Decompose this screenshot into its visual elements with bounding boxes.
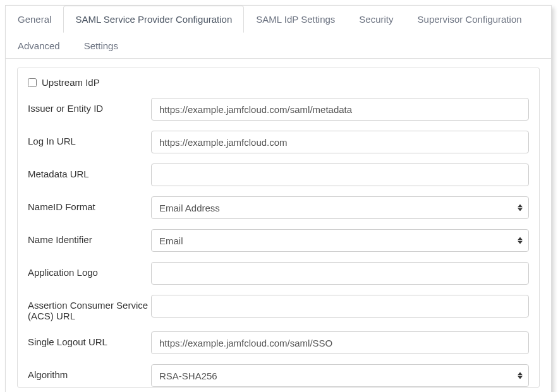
nameid-format-row: NameID Format Email Address	[28, 196, 529, 219]
login-url-label: Log In URL	[28, 131, 151, 146]
app-logo-row: Application Logo	[28, 262, 529, 285]
metadata-url-row: Metadata URL	[28, 163, 529, 186]
slo-url-input[interactable]	[151, 331, 529, 354]
tab-supervisor-config[interactable]: Supervisor Configuration	[406, 6, 534, 33]
acs-url-input[interactable]	[151, 295, 529, 318]
app-logo-input[interactable]	[151, 262, 529, 285]
tab-advanced[interactable]: Advanced	[6, 32, 72, 59]
acs-url-row: Assertion Consumer Service (ACS) URL	[28, 295, 529, 321]
config-panel: General SAML Service Provider Configurat…	[5, 5, 552, 392]
tab-security[interactable]: Security	[347, 6, 405, 33]
algorithm-select[interactable]: RSA-SHA256	[151, 364, 529, 387]
login-url-input[interactable]	[151, 131, 529, 153]
tab-saml-idp-settings[interactable]: SAML IdP Settings	[244, 6, 347, 33]
tab-general[interactable]: General	[6, 6, 63, 33]
tab-saml-sp-config[interactable]: SAML Service Provider Configuration	[63, 6, 244, 33]
tab-bar: General SAML Service Provider Configurat…	[6, 6, 551, 59]
algorithm-label: Algorithm	[28, 364, 151, 380]
upstream-idp-checkbox[interactable]	[28, 78, 37, 87]
algorithm-row: Algorithm RSA-SHA256	[28, 364, 529, 387]
name-identifier-row: Name Identifier Email	[28, 229, 529, 252]
upstream-idp-label: Upstream IdP	[42, 77, 100, 88]
name-identifier-select[interactable]: Email	[151, 229, 529, 252]
nameid-format-select[interactable]: Email Address	[151, 196, 529, 219]
slo-url-row: Single Logout URL	[28, 331, 529, 354]
metadata-url-input[interactable]	[151, 163, 529, 186]
login-url-row: Log In URL	[28, 131, 529, 153]
tab-settings[interactable]: Settings	[72, 32, 130, 59]
issuer-label: Issuer or Entity ID	[28, 98, 151, 114]
upstream-idp-row: Upstream IdP	[28, 77, 529, 88]
metadata-url-label: Metadata URL	[28, 163, 151, 179]
form-panel: Upstream IdP Issuer or Entity ID Log In …	[17, 68, 540, 388]
name-identifier-label: Name Identifier	[28, 229, 151, 245]
issuer-input[interactable]	[151, 98, 529, 121]
app-logo-label: Application Logo	[28, 262, 151, 278]
issuer-row: Issuer or Entity ID	[28, 98, 529, 121]
nameid-format-label: NameID Format	[28, 196, 151, 212]
acs-url-label: Assertion Consumer Service (ACS) URL	[28, 295, 151, 321]
slo-url-label: Single Logout URL	[28, 331, 151, 347]
